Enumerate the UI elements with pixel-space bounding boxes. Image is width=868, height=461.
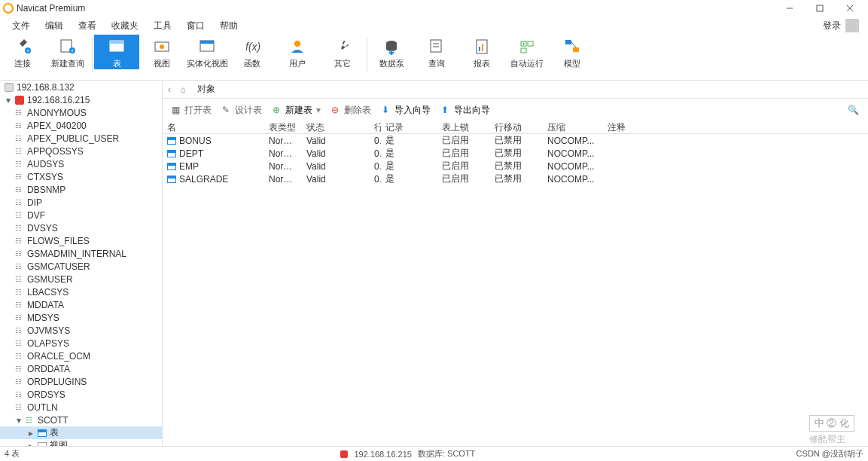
col-name[interactable]: 名: [163, 121, 264, 134]
export-wizard-button[interactable]: ⬆导出向导: [437, 102, 495, 118]
table-row[interactable]: SALGRADENormalValid0是已启用已禁用NOCOMP...: [163, 172, 868, 185]
tool-query[interactable]: 查询: [414, 35, 459, 69]
import-wizard-button[interactable]: ⬇导入向导: [377, 102, 435, 118]
schema-item[interactable]: ☷APPQOSSYS: [0, 145, 162, 157]
schema-item[interactable]: ☷DBSNMP: [0, 183, 162, 196]
col-note[interactable]: 注释: [603, 121, 648, 134]
schema-item[interactable]: ☷MDDATA: [0, 298, 162, 311]
col-status[interactable]: 状态: [302, 121, 370, 134]
db-icon: [15, 96, 24, 105]
menu-help[interactable]: 帮助: [212, 18, 245, 34]
login-label: 登录: [823, 20, 841, 32]
schema-item[interactable]: ☷OUTLN: [0, 401, 162, 414]
tab-prev-button[interactable]: ‹: [163, 84, 176, 95]
delete-table-button[interactable]: ⊖删除表: [327, 102, 376, 118]
connection-item[interactable]: ▾192.168.16.215: [0, 93, 162, 106]
schema-item[interactable]: ☷FLOWS_FILES: [0, 234, 162, 247]
collapse-icon[interactable]: ▾: [15, 415, 23, 426]
schema-scott[interactable]: ▾☷SCOTT: [0, 414, 162, 426]
schema-item[interactable]: ☷CTXSYS: [0, 170, 162, 183]
svg-rect-28: [528, 41, 533, 46]
schema-item[interactable]: ☷DIP: [0, 196, 162, 209]
schema-item[interactable]: ☷DVSYS: [0, 221, 162, 234]
close-button[interactable]: [835, 0, 865, 17]
schema-item[interactable]: ☷ORDDATA: [0, 362, 162, 375]
schema-item[interactable]: ☷MDSYS: [0, 311, 162, 324]
schema-item[interactable]: ☷APEX_040200: [0, 119, 162, 132]
statusbar: 4 表 192.168.16.215 数据库: SCOTT CSDN @没刮胡子: [0, 446, 868, 461]
expand-icon[interactable]: ▸: [27, 428, 35, 438]
tab-home-button[interactable]: ⌂: [176, 84, 190, 95]
schema-icon: ☷: [15, 302, 24, 308]
tool-newquery[interactable]: + 新建查询: [45, 35, 90, 69]
schema-item[interactable]: ☷AUDSYS: [0, 157, 162, 170]
schema-item[interactable]: ☷GSMUSER: [0, 273, 162, 285]
dropdown-icon[interactable]: ▾: [316, 105, 321, 115]
table-icon: [167, 163, 176, 170]
tool-datapump[interactable]: 数据泵: [369, 35, 414, 69]
schema-icon: ☷: [15, 405, 24, 411]
menu-fav[interactable]: 收藏夹: [104, 18, 146, 34]
schema-item[interactable]: ☷DVF: [0, 209, 162, 221]
schema-icon: ☷: [15, 161, 24, 167]
tab-object[interactable]: 对象: [190, 81, 223, 97]
tool-other[interactable]: 其它: [320, 35, 365, 69]
schema-icon: ☷: [15, 276, 24, 282]
schema-item[interactable]: ☷ORDSYS: [0, 388, 162, 401]
menu-edit[interactable]: 编辑: [38, 18, 71, 34]
schema-item[interactable]: ☷ANONYMOUS: [0, 106, 162, 119]
db-icon: [340, 450, 348, 458]
table-row[interactable]: BONUSNormalValid0是已启用已禁用NOCOMP...: [163, 134, 868, 147]
menu-window[interactable]: 窗口: [179, 18, 212, 34]
menu-file[interactable]: 文件: [5, 18, 38, 34]
expand-icon[interactable]: ▸: [27, 441, 35, 447]
connection-tree[interactable]: 192.168.8.132 ▾192.168.16.215 ☷ANONYMOUS…: [0, 81, 163, 446]
maximize-button[interactable]: [805, 0, 835, 17]
table-row[interactable]: EMPNormalValid0是已启用已禁用NOCOMP...: [163, 160, 868, 172]
design-table-button[interactable]: ✎设计表: [218, 102, 266, 118]
tool-table[interactable]: 表: [94, 35, 139, 69]
newquery-icon: +: [59, 38, 77, 56]
tree-views[interactable]: ▸视图: [0, 439, 162, 446]
svg-text:f(x): f(x): [245, 41, 260, 53]
collapse-icon[interactable]: ▾: [5, 95, 12, 105]
schema-item[interactable]: ☷APEX_PUBLIC_USER: [0, 132, 162, 145]
schema-icon: ☷: [15, 264, 24, 270]
schema-item[interactable]: ☷GSMADMIN_INTERNAL: [0, 247, 162, 260]
col-rec[interactable]: 记录: [381, 121, 437, 134]
schema-item[interactable]: ☷OJVMSYS: [0, 324, 162, 337]
col-type[interactable]: 表类型: [264, 121, 302, 134]
schema-item[interactable]: ☷ORACLE_OCM: [0, 350, 162, 362]
tool-model[interactable]: 模型: [550, 35, 595, 69]
open-table-button[interactable]: ▦打开表: [167, 102, 216, 118]
menu-view[interactable]: 查看: [71, 18, 104, 34]
col-move[interactable]: 行移动: [490, 121, 543, 134]
minimize-button[interactable]: [775, 0, 805, 17]
new-table-button[interactable]: ⊕新建表▾: [268, 102, 325, 118]
table-icon: [38, 429, 47, 437]
tool-connect[interactable]: + 连接: [0, 35, 45, 69]
menu-tools[interactable]: 工具: [146, 18, 179, 34]
connection-item[interactable]: 192.168.8.132: [0, 81, 162, 93]
table-row[interactable]: DEPTNormalValid0是已启用已禁用NOCOMP...: [163, 147, 868, 160]
tool-autorun[interactable]: 自动运行: [504, 35, 550, 69]
schema-item[interactable]: ☷GSMCATUSER: [0, 260, 162, 273]
tool-report[interactable]: 报表: [459, 35, 504, 69]
tool-matview[interactable]: 实体化视图: [184, 35, 230, 69]
col-comp[interactable]: 压缩: [543, 121, 603, 134]
col-rows[interactable]: 行: [370, 121, 381, 134]
tree-tables[interactable]: ▸表: [0, 426, 162, 439]
schema-item[interactable]: ☷ORDPLUGINS: [0, 375, 162, 388]
schema-icon: ☷: [15, 110, 24, 116]
col-lock[interactable]: 表上锁: [437, 121, 490, 134]
schema-icon: ☷: [15, 315, 24, 321]
search-button[interactable]: 🔍: [843, 103, 863, 117]
tool-function[interactable]: f(x) 函数: [230, 35, 275, 69]
schema-icon: ☷: [15, 238, 24, 244]
schema-item[interactable]: ☷LBACSYS: [0, 285, 162, 298]
login-area[interactable]: 登录: [823, 19, 863, 32]
schema-item[interactable]: ☷OLAPSYS: [0, 337, 162, 350]
tool-user[interactable]: 用户: [275, 35, 320, 69]
svg-rect-21: [431, 40, 441, 52]
tool-view[interactable]: 视图: [139, 35, 184, 69]
